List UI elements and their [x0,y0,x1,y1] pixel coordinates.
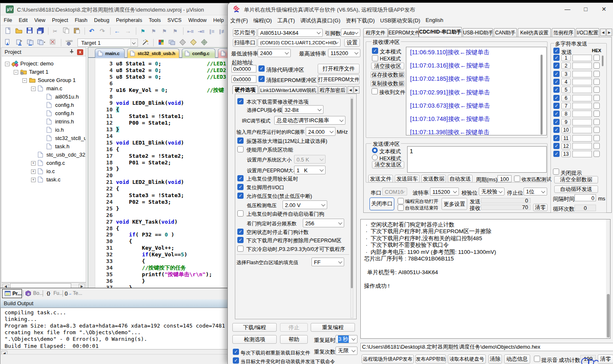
stopbit-select[interactable]: 1位 [524,188,547,195]
code-address-input[interactable]: 0x0000 [232,65,256,72]
multi-row-number-6[interactable]: 6 [561,95,571,101]
uvision-titlebar[interactable]: µV C:\Users\86181\Desktop\8.定时器周期性调度任务\d… [0,3,232,15]
menu-help[interactable]: Help [210,15,227,25]
port-select[interactable]: (COM10) CDC1-UART1,2CDC+HID [258,39,340,47]
main-tab-1[interactable]: EEPROM文件 [388,28,419,37]
paste-icon[interactable] [72,27,81,35]
menu-flash[interactable]: Flash [71,15,91,25]
hw-option-select-2[interactable]: 总是动态调节IRC频率 [274,116,345,125]
open-eeprom-button[interactable]: 打开EEPROM文件 [318,75,360,84]
download-program-button[interactable]: 下载/编程 [232,323,277,332]
port-settings-button[interactable]: 设置 [344,39,360,47]
tree-item-target-1[interactable]: −Target 1 [2,68,86,76]
hw-tab-0[interactable]: 硬件选项 [232,85,258,94]
multi-row-checkbox-11[interactable]: ✓ [553,135,560,141]
publish-app-button[interactable]: 远程现场升级APP发布 [362,354,414,364]
auto-eol-checkbox[interactable] [398,205,404,211]
save-all-icon[interactable] [36,27,44,35]
multi-row-number-12[interactable]: 12 [561,143,571,149]
receive-to-file-checkbox[interactable] [372,88,378,94]
hw-option-checkbox-12[interactable] [237,210,244,217]
hw-option-checkbox-4[interactable]: ✓ [237,137,244,144]
multi-row-hex-checkbox-5[interactable] [594,87,600,93]
copy-icon[interactable] [62,27,70,35]
send-cr-button[interactable]: 发送回车 [395,175,420,183]
tree-item-stc-usb-cdc-32-lib[interactable]: stc_usb_cdc_32.LIB [2,151,86,159]
hw-option-select-11[interactable]: 2.00 V [282,200,327,209]
send-hex-mode-radio[interactable] [372,154,378,160]
tree-item-config-h[interactable]: config.h [2,101,86,109]
status-scroll-thumb[interactable] [607,294,610,337]
multi-row-hex-checkbox-7[interactable] [594,103,600,109]
hw-tab-1[interactable]: Link1D/Writer1A/U8W脱机 [259,86,318,94]
main-tab-0[interactable]: 程序文件 [363,28,388,37]
multi-row-number-3[interactable]: 3 [561,71,571,77]
tree-item-intrins-h[interactable]: intrins.h [2,118,86,126]
serial-port-select[interactable]: COM10 [382,188,407,195]
target-select[interactable]: Target 1 [77,39,138,47]
beep-checkbox[interactable] [534,356,540,362]
navigate-forward-icon[interactable]: → [124,27,132,35]
bookmark-prev-icon[interactable]: ⚑ [150,27,158,35]
hw-tabs-scroll-left[interactable]: ◀ [348,86,353,94]
pack-installer-icon[interactable] [157,39,165,46]
menu-view[interactable]: View [31,15,49,25]
stop-build-icon[interactable] [48,39,57,46]
uncomment-block-icon[interactable]: ∥≢ [218,27,227,35]
multi-row-hex-checkbox-9[interactable] [594,119,600,125]
build-output-log[interactable]: compiling task.c...linking...Program Siz… [0,308,232,350]
reset-count-button[interactable]: 清零 [598,354,613,364]
tree-item-task-h[interactable]: task.h [2,142,86,151]
stop-button[interactable]: 停止 [280,323,308,332]
multi-row-input-2[interactable] [572,63,592,69]
close-tip-checkbox[interactable] [553,169,559,175]
target-select-dropdown[interactable] [130,39,138,46]
tree-item-io-h[interactable]: io.h [2,126,86,134]
multi-row-checkbox-1[interactable]: ✓ [553,55,560,61]
tree-item-task-c[interactable]: +task.c [2,176,86,184]
hw-option-checkbox-0[interactable]: ✓ [237,98,244,104]
new-file-icon[interactable] [4,27,12,35]
tree-expander-collapse-icon[interactable]: − [31,87,36,91]
multi-row-number-13[interactable]: 13 [561,151,571,157]
manage-components-icon[interactable] [168,39,176,46]
menu-peripherals[interactable]: Peripherals [113,15,145,25]
translate-file-icon[interactable] [4,39,12,46]
clear-send-button[interactable]: 清空发送区 [372,161,404,169]
auto-send-button[interactable]: 自动发送 [448,175,473,183]
download-to-flash-icon[interactable]: LOAD [65,39,73,46]
hw-options-scroll-thumb[interactable] [351,99,353,288]
multi-row-number-8[interactable]: 8 [561,111,571,117]
repeat-delay-select[interactable]: 3 秒 [335,335,357,343]
multi-send-all-checkbox[interactable]: ✓ [553,48,560,54]
multi-row-hex-checkbox-3[interactable] [594,71,600,77]
hw-option-checkbox-8[interactable]: ✓ [237,175,244,181]
auto-open-checkbox[interactable] [398,198,404,204]
autoload-checkbox[interactable]: ✓ [233,357,239,364]
interval-input[interactable]: 0 [574,194,596,201]
unindent-icon[interactable]: ⇤≡ [186,27,194,35]
parity-select[interactable]: 无校验 [479,188,504,195]
multi-row-input-3[interactable] [572,71,592,77]
tree-item-config-h[interactable]: config.h [2,109,86,118]
multi-row-checkbox-12[interactable]: ✓ [553,143,560,149]
tree-expander-collapse-icon[interactable]: − [22,78,27,83]
tree-item-source-group-1[interactable]: −Source Group 1 [2,76,86,84]
multi-row-hex-checkbox-12[interactable] [594,143,600,149]
main-tab-6[interactable]: 范例程序 [552,28,575,37]
save-receive-button[interactable]: 保存接收数据 [371,71,405,78]
select-device-icon[interactable] [179,39,187,46]
multi-row-input-10[interactable] [572,127,592,133]
menu-svcs[interactable]: SVCS [164,15,185,25]
open-program-button[interactable]: 打开程序文件 [318,64,360,74]
options-for-target-icon[interactable] [141,39,150,46]
multi-row-hex-checkbox-8[interactable] [594,111,600,117]
tree-item-ai8051u-h[interactable]: ai8051u.h [2,93,86,101]
navigate-back-icon[interactable]: ← [113,27,121,35]
receive-text-mode-checkbox[interactable]: ✓ [372,48,378,54]
tree-expander-expand-icon[interactable]: + [31,178,36,182]
menu-debug[interactable]: Debug [91,15,113,25]
clear-all-button[interactable]: 清空全部数据 [554,176,598,183]
multi-row-number-1[interactable]: 1 [561,55,571,61]
multi-row-number-10[interactable]: 10 [561,127,571,133]
